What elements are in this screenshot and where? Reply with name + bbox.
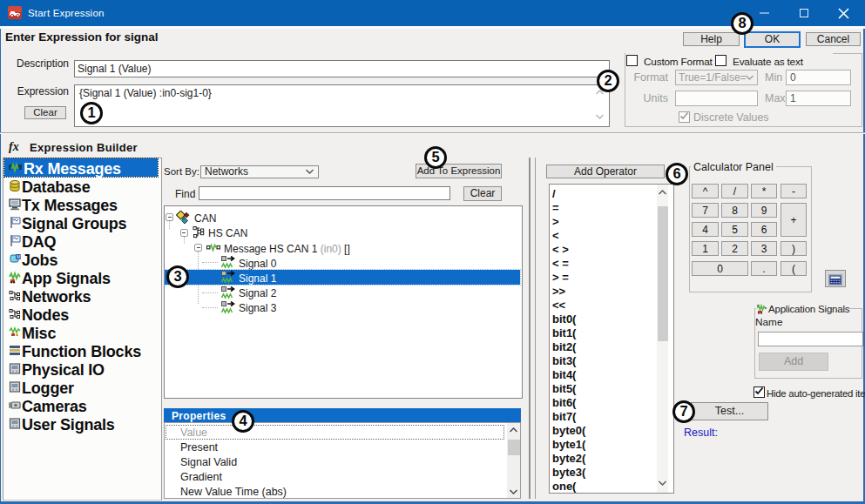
svg-text:M: M [17, 254, 21, 259]
